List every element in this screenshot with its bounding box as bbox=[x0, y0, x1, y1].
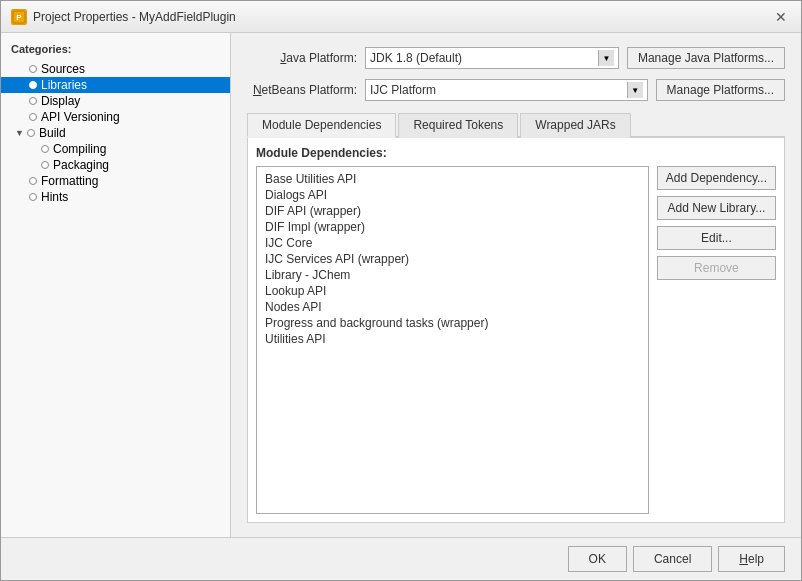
module-dependencies-section-title: Module Dependencies: bbox=[256, 146, 776, 160]
api-versioning-circle-icon bbox=[29, 113, 37, 121]
list-item[interactable]: Utilities API bbox=[261, 331, 644, 347]
sidebar-item-formatting-label: Formatting bbox=[41, 174, 98, 188]
tabs-area: Module Dependencies Required Tokens Wrap… bbox=[247, 111, 785, 523]
project-properties-dialog: P Project Properties - MyAddFieldPlugin … bbox=[0, 0, 802, 581]
list-item[interactable]: DIF API (wrapper) bbox=[261, 203, 644, 219]
java-platform-arrow[interactable]: ▼ bbox=[598, 50, 614, 66]
add-new-library-button[interactable]: Add New Library... bbox=[657, 196, 776, 220]
list-item[interactable]: Progress and background tasks (wrapper) bbox=[261, 315, 644, 331]
netbeans-platform-arrow[interactable]: ▼ bbox=[627, 82, 643, 98]
sidebar-item-compiling[interactable]: Compiling bbox=[1, 141, 230, 157]
add-dependency-button[interactable]: Add Dependency... bbox=[657, 166, 776, 190]
list-item[interactable]: Library - JChem bbox=[261, 267, 644, 283]
formatting-circle-icon bbox=[29, 177, 37, 185]
tab-content-module-dependencies: Module Dependencies: Base Utilities API … bbox=[247, 138, 785, 523]
svg-text:P: P bbox=[16, 13, 22, 22]
sidebar-item-formatting[interactable]: Formatting bbox=[1, 173, 230, 189]
title-bar-left: P Project Properties - MyAddFieldPlugin bbox=[11, 9, 236, 25]
edit-button[interactable]: Edit... bbox=[657, 226, 776, 250]
list-item[interactable]: DIF Impl (wrapper) bbox=[261, 219, 644, 235]
sidebar-item-hints[interactable]: Hints bbox=[1, 189, 230, 205]
sidebar-item-libraries-label: Libraries bbox=[41, 78, 87, 92]
netbeans-platform-row: NetBeans Platform: IJC Platform ▼ Manage… bbox=[247, 79, 785, 101]
list-item[interactable]: Base Utilities API bbox=[261, 171, 644, 187]
sidebar: Categories: Sources Libraries Display AP… bbox=[1, 33, 231, 537]
java-platform-value: JDK 1.8 (Default) bbox=[370, 51, 598, 65]
dependency-list[interactable]: Base Utilities API Dialogs API DIF API (… bbox=[256, 166, 649, 514]
dependency-action-buttons: Add Dependency... Add New Library... Edi… bbox=[657, 166, 776, 514]
display-circle-icon bbox=[29, 97, 37, 105]
netbeans-platform-combo[interactable]: IJC Platform ▼ bbox=[365, 79, 648, 101]
list-item[interactable]: Lookup API bbox=[261, 283, 644, 299]
sidebar-item-libraries[interactable]: Libraries bbox=[1, 77, 230, 93]
sidebar-item-build[interactable]: ▼ Build bbox=[1, 125, 230, 141]
ok-button[interactable]: OK bbox=[568, 546, 627, 572]
sidebar-item-display-label: Display bbox=[41, 94, 80, 108]
tab-module-dependencies[interactable]: Module Dependencies bbox=[247, 113, 396, 138]
list-item[interactable]: IJC Core bbox=[261, 235, 644, 251]
main-panel: Java Platform: JDK 1.8 (Default) ▼ Manag… bbox=[231, 33, 801, 537]
build-circle-icon bbox=[27, 129, 35, 137]
sidebar-item-hints-label: Hints bbox=[41, 190, 68, 204]
sidebar-item-packaging[interactable]: Packaging bbox=[1, 157, 230, 173]
cancel-button[interactable]: Cancel bbox=[633, 546, 712, 572]
remove-button[interactable]: Remove bbox=[657, 256, 776, 280]
list-item[interactable]: Nodes API bbox=[261, 299, 644, 315]
sidebar-title: Categories: bbox=[1, 41, 230, 61]
manage-java-platforms-button[interactable]: Manage Java Platforms... bbox=[627, 47, 785, 69]
compiling-circle-icon bbox=[41, 145, 49, 153]
sidebar-item-sources-label: Sources bbox=[41, 62, 85, 76]
sources-circle-icon bbox=[29, 65, 37, 73]
title-bar: P Project Properties - MyAddFieldPlugin … bbox=[1, 1, 801, 33]
java-platform-label: Java Platform: bbox=[247, 51, 357, 65]
packaging-circle-icon bbox=[41, 161, 49, 169]
sidebar-item-api-versioning-label: API Versioning bbox=[41, 110, 120, 124]
manage-platforms-button[interactable]: Manage Platforms... bbox=[656, 79, 785, 101]
libraries-circle-icon bbox=[29, 81, 37, 89]
main-content: Categories: Sources Libraries Display AP… bbox=[1, 33, 801, 537]
sidebar-item-compiling-label: Compiling bbox=[53, 142, 106, 156]
java-platform-combo[interactable]: JDK 1.8 (Default) ▼ bbox=[365, 47, 619, 69]
sidebar-item-api-versioning[interactable]: API Versioning bbox=[1, 109, 230, 125]
help-button[interactable]: Help bbox=[718, 546, 785, 572]
list-item[interactable]: Dialogs API bbox=[261, 187, 644, 203]
dialog-icon: P bbox=[11, 9, 27, 25]
close-button[interactable]: ✕ bbox=[771, 7, 791, 27]
tab-wrapped-jars[interactable]: Wrapped JARs bbox=[520, 113, 630, 138]
netbeans-platform-value: IJC Platform bbox=[370, 83, 627, 97]
tab-body: Base Utilities API Dialogs API DIF API (… bbox=[256, 166, 776, 514]
sidebar-item-packaging-label: Packaging bbox=[53, 158, 109, 172]
sidebar-item-sources[interactable]: Sources bbox=[1, 61, 230, 77]
netbeans-platform-label: NetBeans Platform: bbox=[247, 83, 357, 97]
tab-required-tokens[interactable]: Required Tokens bbox=[398, 113, 518, 138]
sidebar-item-build-label: Build bbox=[39, 126, 66, 140]
sidebar-item-display[interactable]: Display bbox=[1, 93, 230, 109]
bottom-bar: OK Cancel Help bbox=[1, 537, 801, 580]
java-platform-row: Java Platform: JDK 1.8 (Default) ▼ Manag… bbox=[247, 47, 785, 69]
tab-bar: Module Dependencies Required Tokens Wrap… bbox=[247, 111, 785, 138]
list-item[interactable]: IJC Services API (wrapper) bbox=[261, 251, 644, 267]
dialog-title: Project Properties - MyAddFieldPlugin bbox=[33, 10, 236, 24]
hints-circle-icon bbox=[29, 193, 37, 201]
build-expand-icon: ▼ bbox=[15, 128, 27, 138]
